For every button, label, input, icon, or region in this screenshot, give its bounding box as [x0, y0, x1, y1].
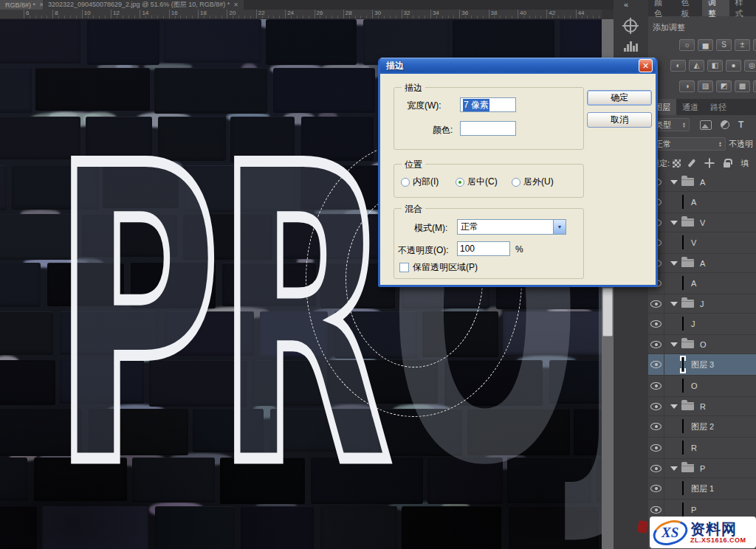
color-swatch[interactable] [460, 121, 516, 136]
document-tab-2[interactable]: 3202322_090450078629_2.jpg @ 51.6% (图层 1… [43, 0, 244, 10]
dialog-titlebar[interactable]: 描边 ✕ [380, 58, 656, 74]
visibility-eye-icon[interactable] [650, 506, 662, 514]
visibility-eye-icon[interactable] [650, 423, 662, 430]
layer-row-R[interactable]: R [648, 438, 756, 459]
levels-icon[interactable]: ▅ [698, 39, 713, 51]
visibility-eye-icon[interactable] [650, 361, 662, 368]
visibility-eye-icon[interactable] [650, 444, 662, 452]
layer-thumbnail[interactable] [682, 441, 684, 455]
layers-tab-2[interactable]: 通道 [676, 99, 704, 115]
expand-triangle-icon[interactable] [670, 221, 678, 225]
brightness-contrast-icon[interactable]: ☼ [679, 39, 695, 51]
adjustments-tab-1[interactable]: 颜色 [648, 0, 676, 16]
layer-row-O[interactable]: O [648, 376, 756, 397]
layer-row-A[interactable]: A [648, 273, 756, 294]
lock-pixels-icon[interactable] [688, 159, 696, 168]
layer-row-J[interactable]: J [648, 314, 756, 335]
layer-row-A[interactable]: A [648, 192, 756, 213]
filter-adjustment-layers-icon[interactable] [721, 120, 729, 129]
layer-thumbnail[interactable] [682, 235, 684, 249]
opacity-input[interactable]: 100 [457, 241, 510, 256]
document-tab-1[interactable]: RGB/8#) * ✕ [0, 0, 43, 10]
group-folder-icon [681, 402, 694, 410]
vibrance-icon[interactable]: ▽ [753, 39, 756, 51]
close-tab-icon[interactable]: ✕ [233, 1, 238, 8]
ok-button[interactable]: 确定 [587, 90, 652, 106]
photo-filter-icon[interactable]: ● [726, 60, 741, 72]
expand-triangle-icon[interactable] [670, 404, 678, 409]
cancel-button[interactable]: 取消 [587, 112, 652, 128]
layer-group-row-O[interactable]: O [648, 335, 756, 354]
expand-triangle-icon[interactable] [670, 302, 678, 306]
curves-icon[interactable]: S [716, 39, 732, 51]
posterize-icon[interactable]: ▨ [698, 80, 713, 92]
radio-inside[interactable]: 内部(I) [401, 176, 439, 188]
fill-label: 填 [740, 158, 749, 169]
expand-triangle-icon[interactable] [670, 261, 678, 266]
visibility-eye-icon[interactable] [650, 382, 662, 390]
mode-dropdown[interactable]: 正常▼ [457, 219, 566, 235]
layer-thumbnail[interactable] [682, 481, 684, 495]
layer-group-row-P[interactable]: P [648, 459, 756, 478]
radio-outside[interactable]: 居外(U) [512, 176, 554, 188]
filter-pixel-layers-icon[interactable] [700, 120, 712, 130]
color-label: 颜色: [433, 124, 453, 137]
invert-icon[interactable]: ◑ [679, 80, 695, 92]
watermark-url: ZL.XS1616.COM [690, 537, 746, 544]
selective-color-icon[interactable]: ▦ [753, 80, 756, 92]
layer-thumbnail[interactable] [682, 379, 684, 393]
filter-type-layers-icon[interactable]: T [738, 120, 743, 130]
histogram-panel-icon[interactable] [621, 38, 640, 55]
expand-triangle-icon[interactable] [670, 466, 678, 471]
horizontal-ruler: 68101214161820222426283032343638404244 [0, 10, 602, 19]
layer-thumbnail[interactable] [682, 317, 684, 331]
threshold-icon[interactable]: ◩ [716, 80, 732, 92]
collapse-panels-icon[interactable]: « [624, 0, 628, 9]
visibility-eye-icon[interactable] [650, 485, 662, 492]
visibility-eye-icon[interactable] [650, 465, 662, 472]
layers-tab-3[interactable]: 路径 [704, 99, 732, 115]
lock-transparency-icon[interactable] [673, 159, 681, 168]
layer-thumbnail[interactable] [682, 503, 684, 517]
visibility-eye-icon[interactable] [650, 403, 662, 410]
blend-mode-dropdown[interactable]: 正常▲▼ [651, 137, 726, 151]
color-balance-icon[interactable]: ◐ [670, 60, 686, 72]
adjustments-tab-4[interactable]: 样式 [729, 0, 756, 16]
layer-name: 图层 3 [691, 359, 714, 370]
layer-thumbnail[interactable] [682, 276, 684, 290]
layer-group-row-A[interactable]: A [648, 173, 756, 192]
layer-thumbnail[interactable] [682, 419, 684, 433]
layer-group-row-R[interactable]: R [648, 397, 756, 416]
vertical-scrollbar-thumb[interactable] [602, 288, 613, 336]
gradient-map-icon[interactable]: ▩ [735, 80, 750, 92]
layer-row-图层 3[interactable]: 图层 3 [648, 354, 756, 376]
watermark-xs-icon: XS [650, 516, 691, 549]
layer-group-row-V[interactable]: V [648, 213, 756, 232]
layer-thumbnail[interactable] [682, 195, 684, 209]
channel-mixer-icon[interactable]: ◎ [744, 60, 756, 72]
width-input[interactable]: 7 像素 [460, 97, 516, 112]
adjustments-tab-2[interactable]: 色板 [676, 0, 703, 16]
navigator-panel-icon[interactable] [621, 18, 640, 34]
lock-position-icon[interactable] [704, 159, 714, 168]
visibility-eye-icon[interactable] [650, 300, 662, 308]
preserve-transparency-checkbox[interactable]: 保留透明区域(P) [399, 261, 478, 274]
radio-center[interactable]: 居中(C) [456, 176, 498, 188]
visibility-eye-icon[interactable] [650, 341, 662, 348]
layer-name: R [691, 443, 697, 452]
layer-group-row-J[interactable]: J [648, 294, 756, 314]
dialog-close-icon[interactable]: ✕ [639, 59, 653, 72]
group-folder-icon [681, 340, 694, 348]
layer-row-图层 2[interactable]: 图层 2 [648, 416, 756, 438]
expand-triangle-icon[interactable] [670, 342, 678, 347]
lock-all-icon[interactable] [724, 162, 730, 168]
black-white-icon[interactable]: ◧ [707, 60, 723, 72]
adjustments-tab-3[interactable]: 调整 [702, 0, 729, 16]
visibility-eye-icon[interactable] [650, 320, 662, 328]
layer-group-row-A[interactable]: A [648, 254, 756, 273]
hue-saturation-icon[interactable]: ◭ [689, 60, 704, 72]
exposure-icon[interactable]: ± [735, 39, 750, 51]
expand-triangle-icon[interactable] [670, 180, 678, 184]
layer-row-V[interactable]: V [648, 232, 756, 254]
layer-row-图层 1[interactable]: 图层 1 [648, 478, 756, 500]
